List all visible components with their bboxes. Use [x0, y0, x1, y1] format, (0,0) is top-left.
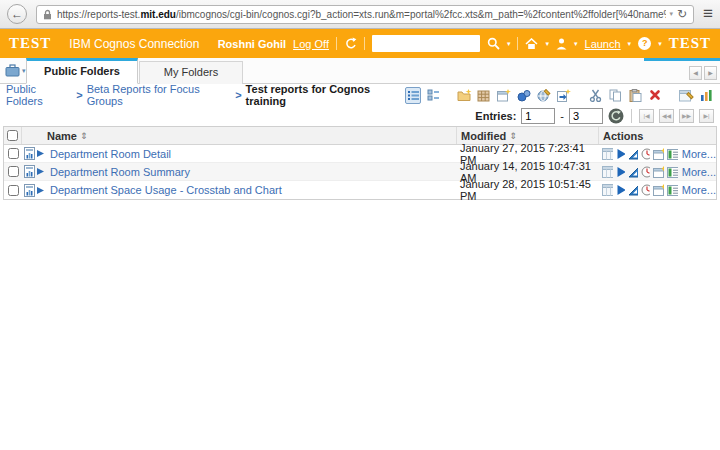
table-row: Department Room Summary January 14, 2015…	[4, 163, 716, 181]
details-view-icon[interactable]	[425, 87, 441, 104]
app-title: IBM Cognos Connection	[69, 37, 199, 51]
help-icon[interactable]: ?	[638, 37, 651, 50]
table-row: Department Room Detail January 27, 2015 …	[4, 145, 716, 163]
schedule-icon[interactable]	[641, 166, 651, 178]
more-link[interactable]: More...	[682, 184, 716, 196]
briefcase-icon	[5, 64, 21, 77]
env-label-left: TEST	[9, 35, 51, 52]
page-prev-icon[interactable]: ◀◀	[659, 109, 674, 123]
report-icon	[22, 165, 50, 178]
row-checkbox[interactable]	[8, 148, 19, 159]
view-output-versions-icon[interactable]	[667, 166, 678, 178]
open-with-report-studio-icon[interactable]	[628, 166, 638, 178]
launch-dropdown-icon[interactable]: ▾	[628, 40, 632, 48]
breadcrumb-toolbar-row: Public Folders > Beta Reports for Focus …	[0, 84, 720, 106]
env-label-right: TEST	[669, 35, 711, 52]
url-dropdown-icon[interactable]: ▾	[670, 10, 674, 18]
sort-icon: ⇕	[509, 131, 517, 141]
entries-to-input[interactable]	[569, 108, 603, 124]
tab-scroll-left-icon[interactable]: ◀	[689, 66, 702, 80]
column-header-name[interactable]: Name⇕	[22, 130, 456, 142]
help-dropdown-icon[interactable]: ▾	[658, 40, 662, 48]
page-last-icon[interactable]: ▶|	[699, 109, 714, 123]
home-icon[interactable]	[525, 38, 538, 50]
open-with-report-studio-icon[interactable]	[628, 184, 638, 196]
create-report-view-icon[interactable]	[653, 184, 664, 196]
user-name: Roshni Gohil	[218, 38, 286, 50]
new-page-icon[interactable]	[496, 87, 512, 104]
tab-menu-icon[interactable]: ▾	[5, 64, 26, 77]
create-report-view-icon[interactable]	[653, 148, 664, 160]
table-row: Department Space Usage - Crosstab and Ch…	[4, 181, 716, 199]
more-link[interactable]: More...	[682, 166, 716, 178]
breadcrumb-current: Test reports for Cognos training	[246, 83, 405, 107]
search-icon[interactable]	[487, 37, 500, 50]
browser-url-bar[interactable]: https://reports-test.mit.edu/ibmcognos/c…	[36, 5, 694, 24]
set-properties-icon[interactable]	[602, 184, 613, 196]
entries-from-input[interactable]	[521, 108, 555, 124]
launch-menu[interactable]: Launch	[585, 38, 621, 50]
schedule-icon[interactable]	[641, 148, 651, 160]
copy-icon[interactable]	[607, 87, 623, 104]
more-link[interactable]: More...	[682, 148, 716, 160]
set-properties-icon[interactable]	[602, 166, 613, 178]
search-dropdown-icon[interactable]: ▾	[507, 40, 511, 48]
new-package-icon[interactable]	[476, 87, 492, 104]
page-first-icon[interactable]: |◀	[639, 109, 654, 123]
home-dropdown-icon[interactable]: ▾	[545, 40, 549, 48]
entries-dash: -	[560, 110, 564, 122]
new-url-icon[interactable]	[536, 87, 552, 104]
row-checkbox[interactable]	[8, 185, 19, 196]
entries-row: Entries: - |◀ ◀◀ ▶▶ ▶|	[0, 106, 720, 126]
cut-icon[interactable]	[587, 87, 603, 104]
tab-strip: ▾ Public Folders My Folders ◀ ▶	[0, 58, 720, 84]
order-icon[interactable]	[698, 87, 714, 104]
list-view-icon[interactable]	[405, 87, 421, 104]
report-link[interactable]: Department Space Usage - Crosstab and Ch…	[50, 184, 456, 196]
page-next-icon[interactable]: ▶▶	[679, 109, 694, 123]
paste-icon[interactable]	[627, 87, 643, 104]
new-shortcut-icon[interactable]	[556, 87, 572, 104]
table-header: Name⇕ Modified⇕ Actions	[4, 127, 716, 145]
set-properties-icon[interactable]	[678, 87, 694, 104]
tab-scroll-right-icon[interactable]: ▶	[704, 66, 717, 80]
reload-icon[interactable]: ↻	[677, 7, 687, 21]
tab-public-folders[interactable]: Public Folders	[26, 58, 138, 84]
column-header-actions: Actions	[598, 127, 716, 144]
run-with-options-icon[interactable]	[616, 184, 625, 196]
tab-strip-accent	[644, 58, 720, 61]
view-output-versions-icon[interactable]	[667, 148, 678, 160]
report-icon	[22, 147, 50, 160]
log-off-link[interactable]: Log Off	[293, 38, 329, 50]
set-properties-icon[interactable]	[602, 148, 613, 160]
create-report-view-icon[interactable]	[653, 166, 664, 178]
new-job-icon[interactable]	[516, 87, 532, 104]
breadcrumb-beta-reports[interactable]: Beta Reports for Focus Groups	[87, 83, 232, 107]
view-output-versions-icon[interactable]	[667, 184, 678, 196]
breadcrumb-public-folders[interactable]: Public Folders	[6, 83, 72, 107]
report-link[interactable]: Department Room Detail	[50, 148, 456, 160]
new-folder-icon[interactable]	[456, 87, 472, 104]
breadcrumb-separator: >	[76, 89, 82, 101]
search-input[interactable]	[372, 35, 480, 52]
divider	[631, 109, 632, 123]
row-checkbox[interactable]	[8, 166, 19, 177]
schedule-icon[interactable]	[641, 184, 651, 196]
user-dropdown-icon[interactable]: ▾	[574, 40, 578, 48]
modified-date: January 28, 2015 10:51:45 PM	[456, 178, 598, 202]
select-all-checkbox[interactable]	[7, 130, 18, 141]
open-with-report-studio-icon[interactable]	[628, 148, 638, 160]
user-icon[interactable]	[556, 38, 567, 50]
report-link[interactable]: Department Room Summary	[50, 166, 456, 178]
run-with-options-icon[interactable]	[616, 166, 625, 178]
divider	[364, 37, 365, 50]
delete-icon[interactable]	[647, 87, 663, 104]
run-with-options-icon[interactable]	[616, 148, 625, 160]
browser-menu-icon[interactable]: ≡	[703, 4, 713, 24]
tab-my-folders[interactable]: My Folders	[139, 61, 243, 84]
browser-back-button[interactable]: ←	[7, 4, 27, 24]
sort-icon: ⇕	[80, 131, 88, 141]
breadcrumb-separator: >	[235, 89, 241, 101]
refresh-icon[interactable]	[344, 37, 357, 50]
entries-go-icon[interactable]	[608, 108, 624, 124]
